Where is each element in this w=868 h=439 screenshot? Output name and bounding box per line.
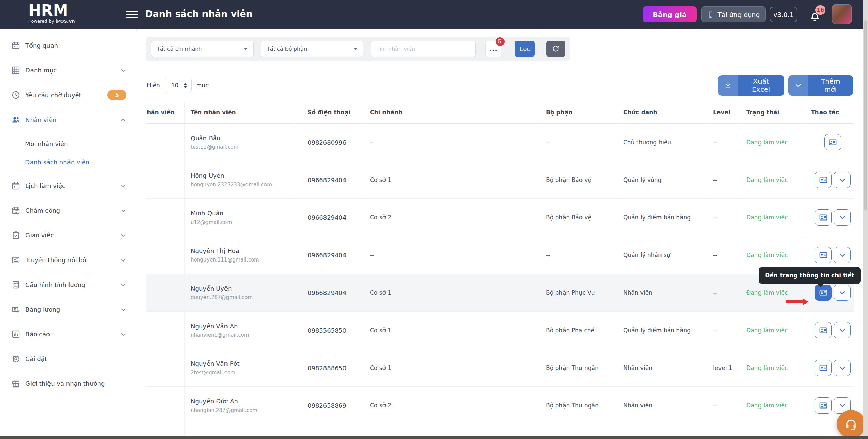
sidebar-item-label: Lịch làm việc [25, 182, 65, 189]
employee-level: -- [713, 214, 743, 221]
sidebar-item-cai-dat[interactable]: Cài đặt [0, 347, 136, 371]
employee-detail-button[interactable] [815, 322, 832, 338]
employee-detail-button[interactable] [815, 209, 832, 226]
export-excel-button[interactable]: Xuất Excel [718, 75, 784, 96]
status-badge: Đang làm việc [746, 402, 805, 409]
sidebar-subitem-danh-sach-nhan-vien[interactable]: Danh sách nhân viên [0, 153, 136, 171]
notification-count-badge: 16 [815, 5, 825, 15]
employee-title: Quản lý điểm bán hàng [623, 327, 710, 334]
pending-count-badge: 5 [107, 90, 126, 100]
logo-brand-text: iPOS.vn [56, 19, 75, 24]
table-row: Hồng Uyênhonguyen.2323233@gmail.com 0966… [146, 161, 854, 199]
sidebar-item-cau-hinh-tinh-luong[interactable]: Cấu hình tính lương [0, 272, 136, 297]
chevron-down-icon [120, 67, 127, 74]
table-row: Nguyễn Văn Annhanvien1@gmail.com 0985565… [146, 312, 854, 349]
department-select[interactable]: Tất cả bộ phận [261, 41, 363, 57]
employee-email: nhangian.287@gmail.com [191, 407, 294, 413]
employee-phone: 0966829404 [308, 252, 363, 259]
sidebar-item-nhan-vien[interactable]: Nhân viên [0, 107, 136, 132]
sidebar: Tổng quan Danh mục Yêu cầu chờ duyệt 5 N… [0, 29, 136, 436]
row-menu-button[interactable] [834, 209, 851, 226]
employee-detail-button[interactable] [815, 172, 832, 188]
add-new-button[interactable]: Thêm mới [788, 75, 853, 96]
sidebar-item-tong-quan[interactable]: Tổng quan [0, 33, 136, 58]
col-header-status: Trạng thái [743, 102, 805, 123]
sidebar-item-lich-lam-viec[interactable]: Lịch làm việc [0, 173, 136, 198]
sidebar-item-bang-luong[interactable]: Bảng lương [0, 297, 136, 322]
employee-detail-button[interactable] [815, 247, 832, 263]
notifications-button[interactable]: 16 [809, 7, 824, 23]
vertical-scrollbar-thumb[interactable] [864, 20, 867, 210]
employee-level: -- [713, 139, 743, 146]
employee-detail-button[interactable] [815, 360, 832, 376]
support-fab-button[interactable] [837, 410, 865, 436]
filter-button[interactable]: Lọc [515, 41, 535, 57]
horizontal-scrollbar[interactable] [0, 436, 868, 439]
employee-branch: Cơ sở 2 [370, 214, 541, 221]
sidebar-item-gioi-thieu-va-nhan-thuong[interactable]: Giới thiệu và nhận thưởng [0, 371, 136, 396]
chevron-down-icon [838, 251, 847, 259]
col-header-department: Bộ phận [541, 102, 618, 123]
sidebar-item-label: Tổng quan [25, 42, 58, 49]
tooltip-text: Đến trang thông tin chi tiết [765, 272, 854, 279]
sidebar-item-label: Cấu hình tính lương [25, 281, 85, 288]
employee-detail-button[interactable] [815, 397, 832, 414]
user-avatar[interactable] [832, 4, 852, 24]
sidebar-subitem-moi-nhan-vien[interactable]: Mời nhân viên [0, 134, 136, 153]
employee-detail-button[interactable] [815, 285, 832, 301]
chevron-down-icon [120, 207, 127, 214]
employee-department: Bộ phận Bảo vệ [546, 214, 618, 221]
sidebar-item-cham-cong[interactable]: Chấm công [0, 198, 136, 223]
sidebar-item-yeu-cau-cho-duyet[interactable]: Yêu cầu chờ duyệt 5 [0, 83, 136, 107]
sidebar-item-label: Yêu cầu chờ duyệt [25, 91, 81, 99]
employee-detail-button[interactable] [824, 134, 841, 150]
row-menu-button[interactable] [834, 285, 851, 301]
employee-branch: -- [370, 252, 541, 258]
page-size-value: 10 [171, 82, 179, 89]
page-size-row: Hiện 10 mục [147, 75, 209, 96]
employee-title: Quản lý điểm bán hàng [623, 214, 710, 221]
status-badge: Đang làm việc [746, 176, 805, 183]
sidebar-item-truyen-thong-noi-bo[interactable]: Truyền thông nội bộ [0, 248, 136, 272]
calendar-icon [11, 181, 20, 190]
col-header-level: Level [710, 102, 743, 123]
branch-select[interactable]: Tất cả chi nhánh [151, 41, 254, 57]
sidebar-item-label: Cài đặt [25, 355, 47, 362]
chevron-down-icon [120, 232, 127, 239]
chevron-down-icon [120, 257, 127, 264]
employee-phone: 0982680996 [308, 139, 363, 146]
sidebar-item-danh-muc[interactable]: Danh mục [0, 58, 136, 83]
employee-email: honguyen.111@gmail.com [191, 257, 294, 263]
employee-title: Nhân viên [623, 402, 710, 409]
pricing-button[interactable]: Bảng giá [643, 6, 697, 22]
hamburger-menu-icon[interactable] [126, 9, 138, 20]
page-size-select[interactable]: 10 [165, 78, 192, 93]
table-row: Nguyễn Văn Pốt2test@gmail.com 0982888650… [146, 349, 854, 387]
employee-phone: 0966829404 [308, 176, 363, 184]
download-app-button[interactable]: Tải ứng dụng [701, 6, 766, 22]
employee-name: Nguyễn Đức An [191, 398, 294, 405]
refresh-button[interactable] [546, 41, 565, 57]
row-menu-button[interactable] [834, 172, 851, 188]
chevron-up-icon [120, 117, 127, 123]
employee-level: level 1 [713, 364, 743, 371]
row-menu-button[interactable] [834, 322, 851, 338]
table-row: Quân Bầutest11@gmail.com 0982680996 -- -… [146, 124, 854, 161]
sidebar-item-label: Chấm công [25, 207, 60, 214]
row-menu-button[interactable] [834, 247, 851, 263]
grid-icon [11, 66, 20, 75]
search-employee-input[interactable] [371, 41, 476, 57]
employee-email: u12@gmail.com [191, 219, 294, 225]
logo-title: HRM [28, 3, 75, 18]
chevron-down-icon [838, 363, 847, 372]
tooltip: Đến trang thông tin chi tiết [759, 267, 861, 284]
sidebar-item-giao-viec[interactable]: Giao việc [0, 223, 136, 248]
more-filters-button[interactable]: ... 5 [485, 41, 501, 57]
sidebar-item-bao-cao[interactable]: Báo cáo [0, 322, 136, 347]
vertical-scrollbar[interactable] [863, 0, 868, 439]
refresh-icon [552, 45, 560, 53]
headset-icon [844, 417, 858, 431]
row-menu-button[interactable] [834, 360, 851, 376]
logo-subtitle: Powered by iPOS.vn [28, 19, 75, 24]
phone-icon [707, 11, 714, 18]
